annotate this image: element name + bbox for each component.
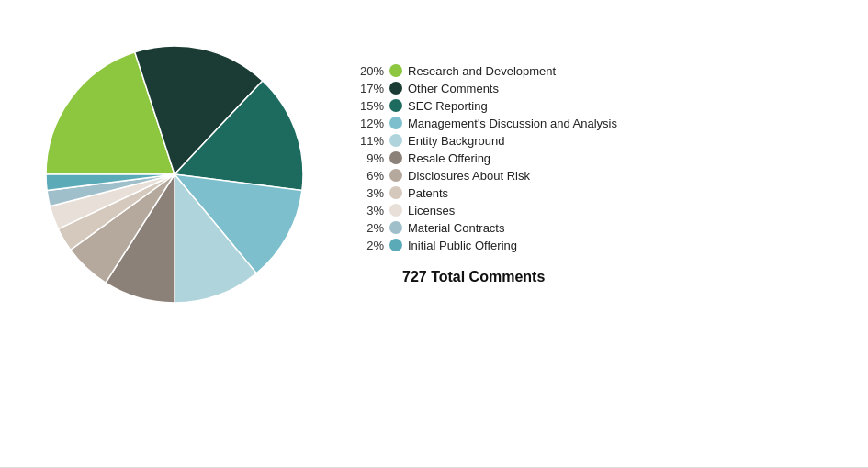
legend-label: Licenses	[408, 204, 455, 217]
legend-label: Material Contracts	[408, 221, 504, 235]
legend-label: Management's Discussion and Analysis	[408, 117, 617, 130]
legend-item: 6%Disclosures About Risk	[349, 169, 840, 183]
legend-dot	[389, 99, 402, 112]
legend-percent: 20%	[349, 64, 384, 78]
legend-dot	[389, 186, 402, 199]
legend-label: Resale Offering	[408, 151, 490, 165]
legend-item: 2%Material Contracts	[349, 221, 840, 235]
legend-percent: 2%	[349, 221, 384, 235]
legend-percent: 3%	[349, 204, 384, 217]
pie-chart	[37, 37, 312, 312]
legend-dot	[389, 239, 402, 251]
legend-dot	[389, 151, 402, 164]
legend-percent: 15%	[349, 99, 384, 113]
legend-item: 15%SEC Reporting	[349, 99, 840, 113]
legend-item: 12%Management's Discussion and Analysis	[349, 117, 840, 130]
legend-dot	[389, 221, 402, 234]
legend-item: 11%Entity Background	[349, 134, 840, 148]
legend-label: Initial Public Offering	[408, 239, 517, 252]
legend-item: 9%Resale Offering	[349, 151, 840, 165]
legend-dot	[389, 64, 402, 77]
legend-percent: 3%	[349, 186, 384, 200]
legend-percent: 12%	[349, 117, 384, 130]
legend-container: 20%Research and Development17%Other Comm…	[349, 64, 840, 285]
total-comments: 727 Total Comments	[402, 269, 840, 285]
legend-item: 20%Research and Development	[349, 64, 840, 78]
legend-item: 17%Other Comments	[349, 82, 840, 95]
legend-label: Disclosures About Risk	[408, 169, 530, 183]
legend-dot	[389, 134, 402, 147]
legend-dot	[389, 82, 402, 95]
legend-item: 2%Initial Public Offering	[349, 239, 840, 252]
legend-label: Research and Development	[408, 64, 556, 78]
legend-dot	[389, 169, 402, 182]
legend-item: 3%Licenses	[349, 204, 840, 217]
legend-percent: 17%	[349, 82, 384, 95]
legend-dot	[389, 117, 402, 129]
legend-dot	[389, 204, 402, 217]
legend-label: Entity Background	[408, 134, 505, 148]
legend-percent: 2%	[349, 239, 384, 252]
legend-percent: 6%	[349, 169, 384, 183]
pie-svg	[37, 37, 312, 312]
content-row: 20%Research and Development17%Other Comm…	[28, 37, 840, 312]
legend-percent: 11%	[349, 134, 384, 148]
legend-label: SEC Reporting	[408, 99, 488, 113]
legend-item: 3%Patents	[349, 186, 840, 200]
legend-label: Patents	[408, 186, 448, 200]
page-container: 20%Research and Development17%Other Comm…	[0, 0, 868, 468]
legend-label: Other Comments	[408, 82, 499, 95]
legend-percent: 9%	[349, 151, 384, 165]
